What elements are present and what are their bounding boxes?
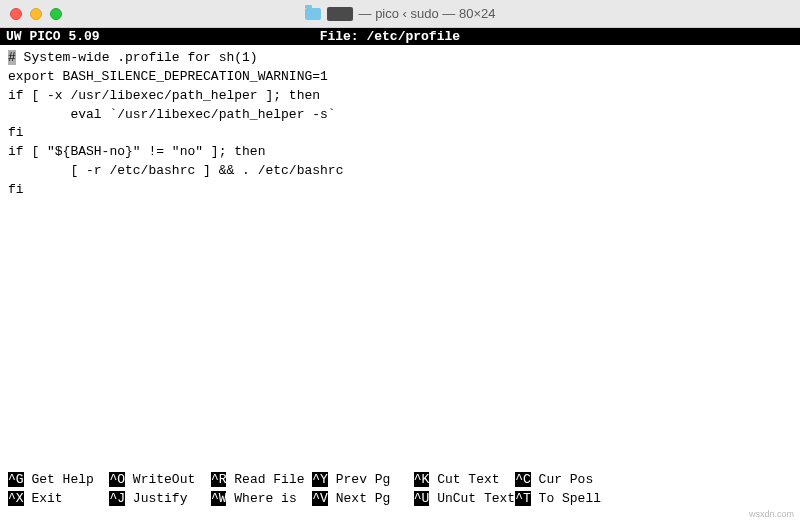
code-line: if [ -x /usr/libexec/path_helper ]; then — [8, 87, 792, 106]
shortcut-label: Get Help — [24, 472, 110, 487]
shortcut-key-writeout[interactable]: ^O — [109, 472, 125, 487]
shortcut-label: WriteOut — [125, 472, 211, 487]
watermark: wsxdn.com — [749, 509, 794, 519]
shortcut-label: Read File — [226, 472, 312, 487]
close-icon[interactable] — [10, 8, 22, 20]
folder-icon — [305, 8, 321, 20]
shortcut-key-spell[interactable]: ^T — [515, 491, 531, 506]
traffic-lights — [10, 8, 62, 20]
shortcut-label: Cur Pos — [531, 472, 617, 487]
code-line: System-wide .profile for sh(1) — [16, 50, 258, 65]
shortcut-key-exit[interactable]: ^X — [8, 491, 24, 506]
cursor: # — [8, 50, 16, 65]
shortcut-key-cut[interactable]: ^K — [414, 472, 430, 487]
shortcut-label: Cut Text — [429, 472, 515, 487]
code-line: eval `/usr/libexec/path_helper -s` — [8, 106, 792, 125]
window-title-text: — pico ‹ sudo — 80×24 — [359, 6, 496, 21]
shortcut-label: Prev Pg — [328, 472, 414, 487]
shortcut-label: To Spell — [531, 491, 617, 506]
code-line: [ -r /etc/bashrc ] && . /etc/bashrc — [8, 162, 792, 181]
code-line: if [ "${BASH-no}" != "no" ]; then — [8, 143, 792, 162]
shortcut-label: Where is — [226, 491, 312, 506]
shortcut-label: Next Pg — [328, 491, 414, 506]
shortcut-key-curpos[interactable]: ^C — [515, 472, 531, 487]
shortcut-label: UnCut Text — [429, 491, 515, 506]
shortcut-key-justify[interactable]: ^J — [109, 491, 125, 506]
shortcut-key-nextpg[interactable]: ^V — [312, 491, 328, 506]
shortcut-bar: ^G Get Help ^O WriteOut ^R Read File ^Y … — [0, 471, 800, 509]
editor-status-bar: UW PICO 5.09 File: /etc/profile — [0, 28, 800, 45]
window-title: — pico ‹ sudo — 80×24 — [305, 6, 496, 21]
window-titlebar: — pico ‹ sudo — 80×24 — [0, 0, 800, 28]
shortcut-key-prevpg[interactable]: ^Y — [312, 472, 328, 487]
editor-name: UW PICO 5.09 — [6, 29, 140, 44]
shortcut-key-whereis[interactable]: ^W — [211, 491, 227, 506]
shortcut-key-readfile[interactable]: ^R — [211, 472, 227, 487]
file-path-label: File: /etc/profile — [140, 29, 794, 44]
shortcut-label: Exit — [24, 491, 110, 506]
shortcut-label: Justify — [125, 491, 211, 506]
code-line: fi — [8, 124, 792, 143]
shortcut-key-help[interactable]: ^G — [8, 472, 24, 487]
code-line: export BASH_SILENCE_DEPRECATION_WARNING=… — [8, 68, 792, 87]
editor-content[interactable]: # System-wide .profile for sh(1)export B… — [0, 45, 800, 449]
minimize-icon[interactable] — [30, 8, 42, 20]
shortcut-key-uncut[interactable]: ^U — [414, 491, 430, 506]
code-line: fi — [8, 181, 792, 200]
maximize-icon[interactable] — [50, 8, 62, 20]
app-icon — [327, 7, 353, 21]
